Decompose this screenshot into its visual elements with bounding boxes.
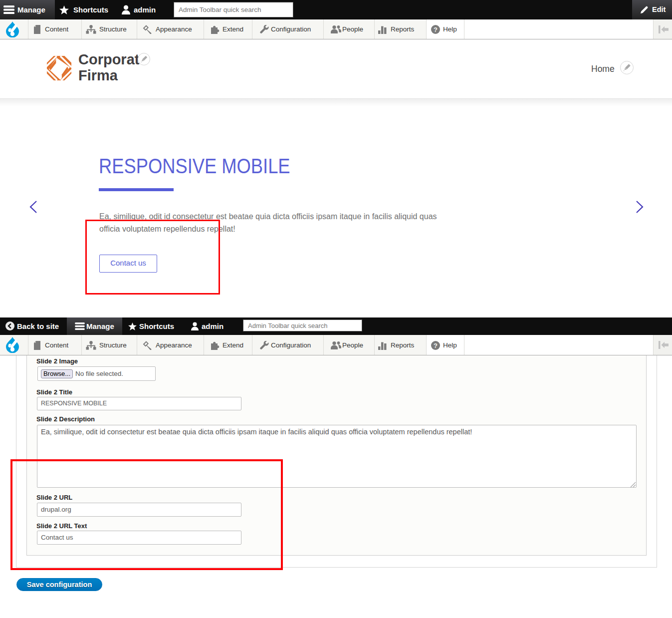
svg-text:?: ?: [434, 26, 438, 33]
svg-text:?: ?: [434, 342, 438, 349]
